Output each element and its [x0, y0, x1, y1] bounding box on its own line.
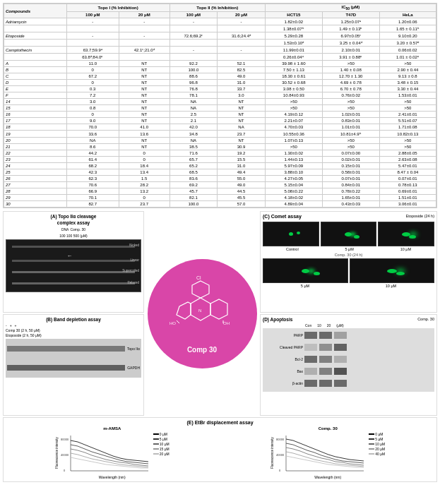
table-cell: 30.9 — [218, 144, 266, 150]
table-row: Etoposide--72.6;69.2ᶜ31.6;24.4ᵈ5.29±0.28… — [4, 32, 436, 40]
table-cell: 1.65±0.01 — [322, 195, 379, 201]
table-row: 63.8ᵈ;84.0ᵉ0.26±0.04ᵉ3.91 ± 0.88ᵉ1.01 ± … — [4, 54, 436, 61]
table-cell: 13.4 — [119, 169, 170, 176]
table-cell: NT — [119, 144, 170, 150]
gel-relaxed-band — [12, 282, 135, 284]
table-cell: 10.84±0.93 — [265, 92, 322, 99]
wbd-bactin-band2 — [319, 380, 332, 387]
wbd-bcl2-band1 — [304, 356, 317, 363]
table-cell: >50 — [265, 144, 322, 150]
panel-a: (A) Topo IIα cleavagecomplex assay DNA C… — [3, 211, 144, 313]
table-row: 2244.2071.619.21.30±0.020.07±0.002.88±0.… — [4, 150, 436, 157]
table-cell: 0.07±0.01 — [379, 176, 436, 182]
comet-dot-5um — [345, 232, 352, 236]
table-cell: Etoposide — [4, 32, 67, 40]
table-cell: 2.88±0.05 — [379, 150, 436, 157]
bottom-top-row: (A) Topo IIα cleavagecomplex assay DNA C… — [3, 211, 437, 416]
table-cell: 5.29±0.28 — [265, 32, 322, 40]
table-cell: >50 — [379, 105, 436, 112]
panel-b-conditions: - + + — [6, 323, 141, 328]
label-10: 10 — [317, 323, 321, 328]
table-row: B0NT100.082.57.50 ± 1.131.40 ± 0.082.90 … — [4, 67, 436, 73]
table-row: 1870.041.042.0NA4.70±0.031.01±0.011.71±0… — [4, 124, 436, 131]
table-cell: 2.5 — [170, 112, 218, 118]
table-cell: 3.06±0.01 — [379, 201, 436, 208]
table-cell: 67.2 — [66, 73, 119, 80]
wbd-bcl2-row: Bcl-2 — [264, 354, 433, 365]
table-cell: 68.2 — [66, 163, 119, 169]
cond-comp30-text: Comp 30 (2 h, 50 μM) — [6, 328, 141, 332]
panel-e: (E) EtBr displacement assay m-AMSA Fluor… — [3, 417, 437, 482]
table-cell: 1.53±0.01 — [379, 92, 436, 99]
col-ic50: IC50 (μM) — [265, 4, 436, 12]
wbd-bax-label: Bax — [264, 369, 303, 373]
table-cell: 17 — [4, 118, 67, 124]
table-cell: 1.20±0.06 — [379, 18, 436, 25]
wbd-cleaved-band1 — [304, 344, 317, 351]
table-cell: 5.08±0.22 — [265, 188, 322, 195]
col-100um-t2: 100 μM — [170, 12, 218, 18]
table-cell — [170, 54, 218, 61]
table-cell: 0.15±0.01 — [322, 163, 379, 169]
table-cell: NT — [119, 67, 170, 73]
wbd-bcl2-bands — [304, 356, 347, 363]
col-hela: HeLa — [379, 12, 436, 18]
table-cell: 0.26±0.04ᵉ — [265, 54, 322, 61]
charts-container: m-AMSA Fluorescence intensity — [6, 426, 434, 479]
panel-d-labels: Con 10 20 (μM) — [305, 323, 434, 328]
table-cell: 1.40 ± 0.08 — [322, 67, 379, 73]
wbd-parp-bands — [304, 332, 347, 339]
right-column: (C) Comet assay Etoposide (24 h) — [260, 211, 437, 416]
table-cell: 5.47±0.01 — [379, 163, 436, 169]
wbd-bax-band3 — [334, 368, 347, 375]
comp30-text: Comp 30 — [187, 346, 217, 354]
table-cell: NA — [170, 99, 218, 105]
comet-bottom-grid — [263, 258, 434, 283]
wbd-parp-band2 — [319, 332, 332, 339]
comet-control — [263, 222, 319, 246]
table-cell: NT — [119, 80, 170, 86]
table-cell: 5.51±0.07 — [379, 118, 436, 124]
table-cell: 0.83±0.01 — [322, 118, 379, 124]
table-cell: 31.6;24.4ᵈ — [218, 32, 266, 40]
table-cell: 71.6 — [170, 150, 218, 157]
table-cell: 34.8 — [170, 131, 218, 138]
table-cell: 14 — [4, 99, 67, 105]
table-cell: 39.98 ± 1.60 — [265, 61, 322, 67]
legend2-0um: 0 μM — [369, 432, 385, 436]
table-cell: 1.30±0.02 — [265, 150, 322, 157]
table-cell: NT — [218, 112, 266, 118]
table-cell: - — [119, 32, 170, 40]
table-cell: 1.38±0.07ᵇ — [265, 25, 322, 32]
table-cell: E — [4, 86, 67, 92]
table-cell: 33.6 — [66, 131, 119, 138]
wbd-bactin-row: β-actin — [264, 378, 433, 389]
comet-dot-control2 — [297, 232, 300, 234]
table-cell: 4.18±0.02 — [265, 195, 322, 201]
label-10um: 10 μM — [400, 247, 411, 251]
table-cell: 3.25 ± 0.04ᵈ — [322, 40, 379, 47]
table-cell — [4, 54, 67, 61]
table-cell: 45.5 — [218, 195, 266, 201]
table-cell: 15 — [4, 105, 67, 112]
comet-dot-control — [289, 232, 293, 236]
wb-topoiia-row: Topo IIα — [7, 344, 140, 354]
table-cell: 68.5 — [170, 169, 218, 176]
table-cell: 3.20 ± 0.57ᵈ — [379, 40, 436, 47]
table-cell: 8.47 ± 0.04 — [379, 169, 436, 176]
cond-plus1: + — [10, 323, 12, 328]
comet-top-grid — [263, 222, 434, 246]
table-cell: 2.10±0.01 — [322, 47, 379, 54]
table-cell: 41.0 — [119, 124, 170, 131]
table-cell: >50 — [379, 61, 436, 67]
table-cell: 0.84±0.01 — [322, 182, 379, 188]
table-cell: 69.2 — [170, 182, 218, 188]
chart-comp30-title: Comp. 30 — [319, 426, 338, 431]
table-cell: Camptothecin — [4, 47, 67, 54]
legend-20um: 20 μM — [153, 452, 170, 456]
svg-line-7 — [177, 320, 179, 323]
cond-plus2: + — [15, 323, 17, 328]
label-20: 20 — [327, 323, 331, 328]
legend2-20um: 20 μM — [369, 447, 385, 451]
wbd-bactin-label: β-actin — [264, 381, 303, 385]
